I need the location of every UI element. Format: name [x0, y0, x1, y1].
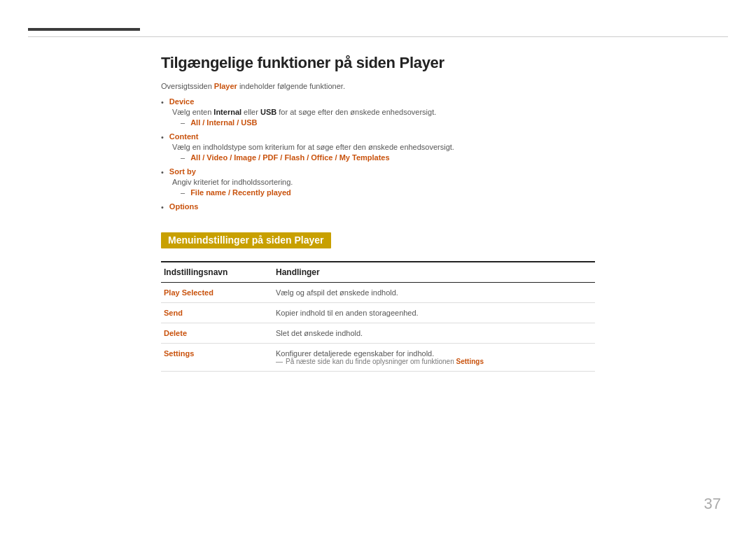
bullet-label-device: Device: [169, 97, 194, 106]
table-header-row: Indstillingsnavn Handlinger: [161, 262, 595, 283]
settings-main-desc: Konfigurer detaljerede egenskaber for in…: [276, 349, 592, 358]
page-container: Tilgængelige funktioner på siden Player …: [0, 0, 756, 534]
bullet-desc-device: Vælg enten Internal eller USB for at søg…: [172, 108, 595, 116]
content-sub: – All / Video / Image / PDF / Flash / Of…: [181, 153, 595, 162]
feature-list: • Device Vælg enten Internal eller USB f…: [161, 97, 595, 211]
bullet-label-options: Options: [169, 202, 199, 211]
intro-highlight: Player: [214, 82, 237, 90]
sortby-sub: – File name / Recently played: [181, 188, 595, 197]
bullet-dot-3: •: [161, 168, 164, 176]
device-sub: – All / Internal / USB: [181, 118, 595, 127]
em-dash: ―: [276, 358, 283, 365]
page-number: 37: [704, 495, 721, 513]
sortby-options: File name / Recently played: [190, 188, 291, 197]
page-title: Tilgængelige funktioner på siden Player: [161, 54, 595, 72]
list-item-content: • Content Vælg en indholdstype som krite…: [161, 132, 595, 162]
list-item-options: • Options: [161, 202, 595, 211]
settings-table: Indstillingsnavn Handlinger Play Selecte…: [161, 261, 595, 372]
col-header-name: Indstillingsnavn: [161, 262, 273, 283]
action-desc-play: Vælg og afspil det ønskede indhold.: [273, 283, 595, 303]
bullet-desc-sortby: Angiv kriteriet for indholdssortering.: [172, 178, 595, 186]
table-row: Send Kopier indhold til en anden storage…: [161, 303, 595, 323]
action-desc-settings: Konfigurer detaljerede egenskaber for in…: [273, 344, 595, 372]
table-row: Play Selected Vælg og afspil det ønskede…: [161, 283, 595, 303]
settings-note: ―På næste side kan du finde oplysninger …: [276, 358, 592, 365]
table-row: Settings Konfigurer detaljerede egenskab…: [161, 344, 595, 372]
action-name-settings: Settings: [161, 344, 273, 372]
action-name-send: Send: [161, 303, 273, 323]
note-highlight: Settings: [456, 358, 484, 365]
intro-suffix: indeholder følgende funktioner.: [237, 82, 345, 90]
main-content: Tilgængelige funktioner på siden Player …: [161, 37, 595, 534]
action-desc-delete: Slet det ønskede indhold.: [273, 323, 595, 344]
bullet-dot-2: •: [161, 133, 164, 141]
action-name-delete: Delete: [161, 323, 273, 344]
list-item-device: • Device Vælg enten Internal eller USB f…: [161, 97, 595, 127]
intro-prefix: Oversigtssiden: [161, 82, 214, 90]
col-header-action: Handlinger: [273, 262, 595, 283]
section-heading: Menuindstillinger på siden Player: [161, 217, 595, 261]
bullet-label-content: Content: [169, 132, 199, 141]
device-bold1: Internal: [214, 108, 241, 116]
note-prefix: På næste side kan du finde oplysninger o…: [286, 358, 456, 365]
section-heading-text: Menuindstillinger på siden Player: [161, 232, 331, 248]
bullet-label-sortby: Sort by: [169, 167, 196, 176]
sortby-dash: –: [181, 188, 185, 197]
table-row: Delete Slet det ønskede indhold.: [161, 323, 595, 344]
device-options: All / Internal / USB: [190, 118, 257, 127]
action-desc-send: Kopier indhold til en anden storageenhed…: [273, 303, 595, 323]
bullet-dot-4: •: [161, 203, 164, 211]
top-accent-bar: [28, 28, 140, 31]
list-item-sortby: • Sort by Angiv kriteriet for indholdsso…: [161, 167, 595, 197]
intro-text: Oversigtssiden Player indeholder følgend…: [161, 82, 595, 90]
content-options: All / Video / Image / PDF / Flash / Offi…: [190, 153, 389, 162]
content-dash: –: [181, 153, 185, 162]
bullet-desc-content: Vælg en indholdstype som kriterium for a…: [172, 143, 595, 151]
bullet-dot-1: •: [161, 98, 164, 106]
device-dash: –: [181, 118, 185, 127]
device-bold2: USB: [260, 108, 276, 116]
action-name-play: Play Selected: [161, 283, 273, 303]
